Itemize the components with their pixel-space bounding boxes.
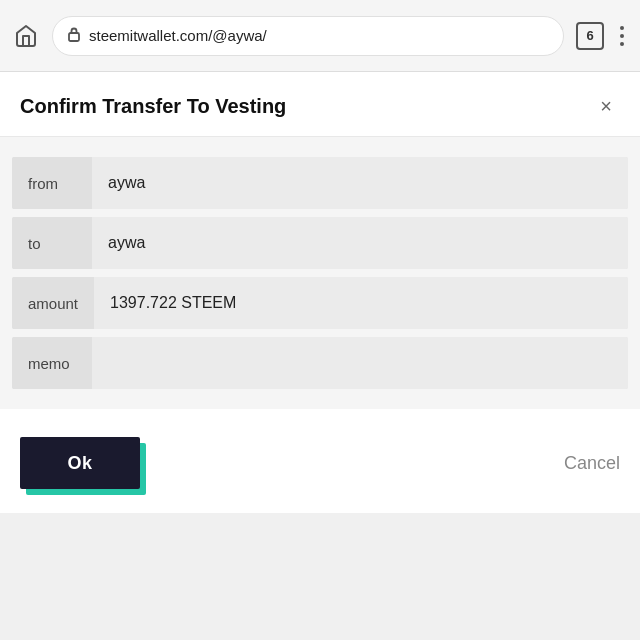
close-button[interactable]: × — [592, 92, 620, 120]
modal-title: Confirm Transfer To Vesting — [20, 95, 286, 118]
to-value: aywa — [92, 217, 628, 269]
form-area: from aywa to aywa amount 1397.722 STEEM … — [0, 137, 640, 409]
ok-button[interactable]: Ok — [20, 437, 140, 489]
tab-count[interactable]: 6 — [576, 22, 604, 50]
memo-value — [92, 337, 628, 389]
svg-rect-0 — [69, 33, 79, 41]
memo-label: memo — [12, 337, 92, 389]
modal-header: Confirm Transfer To Vesting × — [0, 72, 640, 137]
address-bar[interactable]: steemitwallet.com/@aywa/ — [52, 16, 564, 56]
ok-button-wrapper: Ok — [20, 437, 140, 489]
more-options-icon[interactable] — [616, 22, 628, 50]
to-label: to — [12, 217, 92, 269]
amount-row: amount 1397.722 STEEM — [12, 277, 628, 329]
modal: Confirm Transfer To Vesting × from aywa … — [0, 72, 640, 513]
home-icon[interactable] — [12, 22, 40, 50]
browser-chrome: steemitwallet.com/@aywa/ 6 — [0, 0, 640, 72]
from-label: from — [12, 157, 92, 209]
url-text: steemitwallet.com/@aywa/ — [89, 27, 267, 44]
amount-value: 1397.722 STEEM — [94, 277, 628, 329]
lock-icon — [67, 26, 81, 45]
from-value: aywa — [92, 157, 628, 209]
to-row: to aywa — [12, 217, 628, 269]
button-area: Ok Cancel — [0, 409, 640, 513]
amount-label: amount — [12, 277, 94, 329]
cancel-button[interactable]: Cancel — [564, 453, 620, 474]
memo-row: memo — [12, 337, 628, 389]
from-row: from aywa — [12, 157, 628, 209]
